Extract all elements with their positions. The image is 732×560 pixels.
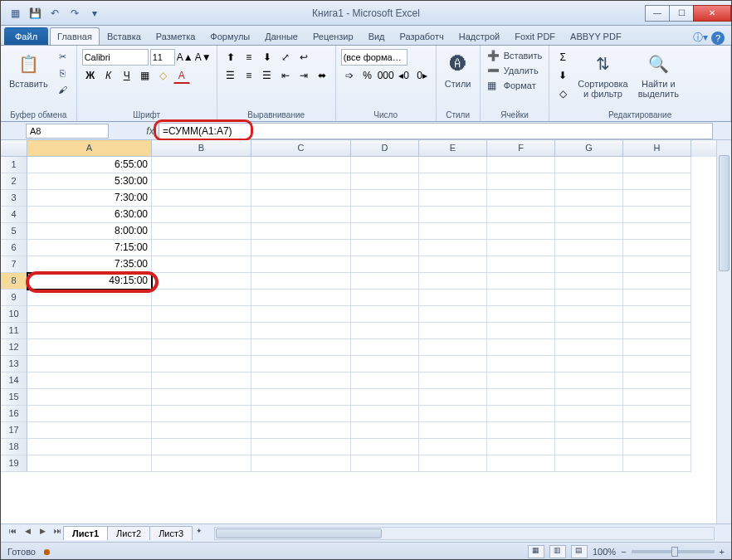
comma-button[interactable]: 000 — [378, 67, 394, 84]
cell-D16[interactable] — [351, 406, 419, 422]
cell-D1[interactable] — [351, 157, 419, 173]
maximize-button[interactable]: ☐ — [669, 5, 694, 22]
cell-C5[interactable] — [251, 223, 351, 240]
cell-D18[interactable] — [351, 439, 419, 455]
autosum-button[interactable]: Σ — [554, 49, 571, 66]
cell-G18[interactable] — [555, 439, 623, 455]
qat-undo[interactable]: ↶ — [46, 4, 64, 22]
rowhead-17[interactable]: 17 — [1, 422, 27, 439]
italic-button[interactable]: К — [100, 67, 117, 84]
cell-D17[interactable] — [351, 422, 419, 439]
cell-H7[interactable] — [623, 256, 691, 273]
cell-F9[interactable] — [487, 290, 555, 306]
cell-F4[interactable] — [487, 207, 555, 223]
colhead-H[interactable]: H — [623, 140, 691, 157]
cell-B1[interactable] — [152, 157, 251, 173]
cell-F19[interactable] — [487, 455, 555, 472]
cell-E5[interactable] — [419, 223, 487, 240]
fx-icon[interactable]: fx — [142, 125, 159, 137]
rowhead-9[interactable]: 9 — [1, 290, 27, 306]
cell-D19[interactable] — [351, 455, 419, 472]
view-layout-button[interactable]: ▥ — [549, 545, 566, 558]
cell-H19[interactable] — [623, 455, 691, 472]
cell-G13[interactable] — [555, 356, 623, 373]
cell-D3[interactable] — [351, 190, 419, 207]
cell-F7[interactable] — [487, 256, 555, 273]
colhead-C[interactable]: C — [251, 140, 351, 157]
cell-H5[interactable] — [623, 223, 691, 240]
clear-button[interactable]: ◇ — [554, 85, 571, 102]
indent-inc-button[interactable]: ⇥ — [295, 67, 312, 84]
cell-C17[interactable] — [251, 422, 351, 439]
font-color-button[interactable]: A — [173, 67, 190, 84]
tab-first-button[interactable]: ⏮ — [6, 527, 19, 540]
macro-record-icon[interactable]: ⏺ — [42, 547, 51, 557]
indent-dec-button[interactable]: ⇤ — [277, 67, 294, 84]
cell-C1[interactable] — [251, 157, 351, 173]
rowhead-11[interactable]: 11 — [1, 323, 27, 339]
close-button[interactable]: ✕ — [693, 5, 731, 22]
cell-H11[interactable] — [623, 323, 691, 339]
cell-H6[interactable] — [623, 240, 691, 256]
cell-D8[interactable] — [351, 273, 419, 290]
cell-F2[interactable] — [487, 173, 555, 190]
rowhead-16[interactable]: 16 — [1, 406, 27, 422]
cell-E7[interactable] — [419, 256, 487, 273]
cell-C16[interactable] — [251, 406, 351, 422]
colhead-D[interactable]: D — [351, 140, 419, 157]
cell-B11[interactable] — [152, 323, 251, 339]
tab-file[interactable]: Файл — [4, 27, 48, 45]
tab-last-button[interactable]: ⏭ — [51, 527, 64, 540]
styles-button[interactable]: 🅐 Стили — [442, 49, 475, 90]
cell-G14[interactable] — [555, 373, 623, 389]
painter-button[interactable]: 🖌 — [55, 82, 71, 97]
cell-H9[interactable] — [623, 290, 691, 306]
cell-E12[interactable] — [419, 339, 487, 356]
cell-G19[interactable] — [555, 455, 623, 472]
tab-prev-button[interactable]: ◀ — [21, 527, 34, 540]
zoom-out-button[interactable]: − — [621, 547, 626, 557]
cell-G16[interactable] — [555, 406, 623, 422]
cut-button[interactable]: ✂ — [55, 49, 71, 64]
rowhead-5[interactable]: 5 — [1, 223, 27, 240]
align-left-button[interactable]: ☰ — [222, 67, 239, 84]
formula-input[interactable] — [159, 123, 713, 139]
tab-data[interactable]: Данные — [257, 27, 305, 45]
view-normal-button[interactable]: ▦ — [528, 545, 544, 558]
cell-H12[interactable] — [623, 339, 691, 356]
cell-G10[interactable] — [555, 306, 623, 323]
horizontal-scrollbar[interactable] — [214, 527, 715, 540]
align-right-button[interactable]: ☰ — [259, 67, 276, 84]
cell-G5[interactable] — [555, 223, 623, 240]
cell-C11[interactable] — [251, 323, 351, 339]
merge-button[interactable]: ⬌ — [314, 67, 330, 84]
cell-D12[interactable] — [351, 339, 419, 356]
cell-B19[interactable] — [152, 455, 251, 472]
cell-A10[interactable] — [27, 306, 152, 323]
cell-B18[interactable] — [152, 439, 251, 455]
cell-D15[interactable] — [351, 389, 419, 406]
cell-C13[interactable] — [251, 356, 351, 373]
new-sheet-button[interactable]: ✦ — [193, 527, 206, 540]
cell-D6[interactable] — [351, 240, 419, 256]
cell-E19[interactable] — [419, 455, 487, 472]
cell-B5[interactable] — [152, 223, 251, 240]
cell-F5[interactable] — [487, 223, 555, 240]
align-top-button[interactable]: ⬆ — [222, 49, 239, 66]
cell-F6[interactable] — [487, 240, 555, 256]
cell-F10[interactable] — [487, 306, 555, 323]
orientation-button[interactable]: ⤢ — [277, 49, 294, 66]
rowhead-8[interactable]: 8 — [1, 273, 27, 290]
align-bottom-button[interactable]: ⬇ — [259, 49, 276, 66]
cell-A7[interactable]: 7:35:00 — [27, 256, 152, 273]
cell-E11[interactable] — [419, 323, 487, 339]
cell-H13[interactable] — [623, 356, 691, 373]
cell-F8[interactable] — [487, 273, 555, 290]
cell-F15[interactable] — [487, 389, 555, 406]
font-shrink-button[interactable]: A▼ — [195, 49, 212, 66]
cell-A1[interactable]: 6:55:00 — [27, 157, 152, 173]
cell-D10[interactable] — [351, 306, 419, 323]
find-select-button[interactable]: 🔍 Найти и выделить — [635, 49, 682, 100]
cell-G15[interactable] — [555, 389, 623, 406]
colhead-B[interactable]: B — [152, 140, 251, 157]
